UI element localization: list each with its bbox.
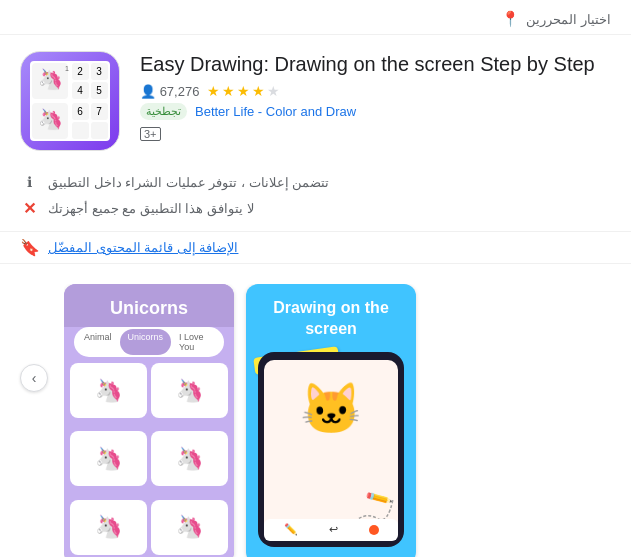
sc1-tab-iloveyou[interactable]: I Love You xyxy=(171,329,222,355)
content-rating: 3+ xyxy=(140,127,161,141)
screenshots-section: ‹ Unicorns Animal Unicorns I Love You 🦄 … xyxy=(0,264,631,557)
app-header-section: 🦄 1 2 3 4 5 🦄 6 7 xyxy=(0,35,631,161)
sc2-phone-frame: 🐱 ✏️ ✏️ ↩ xyxy=(258,352,404,547)
svg-text:7: 7 xyxy=(96,106,102,117)
svg-text:1: 1 xyxy=(65,65,69,72)
info-row-compat-icon: ✕ xyxy=(20,199,38,217)
svg-rect-18 xyxy=(72,122,89,139)
review-count: 👤 67,276 xyxy=(140,84,199,99)
screenshot-1: Unicorns Animal Unicorns I Love You 🦄 🦄 … xyxy=(64,284,234,557)
editors-choice-badge: اختيار المحررين 📍 xyxy=(501,10,611,28)
sc1-title: Unicorns xyxy=(64,284,234,327)
wishlist-text[interactable]: الإضافة إلى قائمة المحتوى المفضّل xyxy=(48,240,238,255)
sc1-tab-unicorns[interactable]: Unicorns xyxy=(120,329,172,355)
sc2-title: Drawing on the screen xyxy=(246,284,416,348)
app-title: Easy Drawing: Drawing on the screen Step… xyxy=(140,51,611,77)
app-icon-area: 🦄 1 2 3 4 5 🦄 6 7 xyxy=(20,51,120,151)
screenshots-container: Unicorns Animal Unicorns I Love You 🦄 🦄 … xyxy=(64,284,611,557)
svg-text:6: 6 xyxy=(77,106,83,117)
sc2-bottom-toolbar: ✏️ ↩ xyxy=(264,519,398,541)
phone-frame-1: Unicorns Animal Unicorns I Love You 🦄 🦄 … xyxy=(64,284,234,557)
developer-link[interactable]: Better Life - Color and Draw xyxy=(195,104,356,119)
sc1-tab-animal[interactable]: Animal xyxy=(76,329,120,355)
tool-undo: ↩ xyxy=(329,523,338,536)
screenshot-2: Drawing on the screen New gameplay 🐱 ✏️ … xyxy=(246,284,416,557)
sc2-screen: 🐱 ✏️ xyxy=(264,360,398,539)
sc1-unicorn-grid: 🦄 🦄 🦄 🦄 🦄 🦄 xyxy=(64,363,234,557)
info-row-compat: لا يتوافق هذا التطبيق مع جميع أجهزتك ✕ xyxy=(20,195,611,221)
unicorn-cell-4: 🦄 xyxy=(151,431,228,486)
info-row-ads-text: تتضمن إعلانات ، تتوفر عمليات الشراء داخل… xyxy=(48,175,329,190)
app-icon-svg: 🦄 1 2 3 4 5 🦄 6 7 xyxy=(30,61,110,141)
app-meta: 👤 67,276 ★ ★ ★ ★ ★ xyxy=(140,83,611,99)
star-4: ★ xyxy=(252,83,265,99)
svg-text:🦄: 🦄 xyxy=(38,107,63,131)
star-3: ★ xyxy=(237,83,250,99)
unicorn-cell-1: 🦄 xyxy=(70,363,147,418)
star-1: ★ xyxy=(207,83,220,99)
sc1-tabs: Animal Unicorns I Love You xyxy=(74,327,224,357)
star-5: ★ xyxy=(267,83,280,99)
top-bar: اختيار المحررين 📍 xyxy=(0,0,631,35)
info-section: تتضمن إعلانات ، تتوفر عمليات الشراء داخل… xyxy=(0,161,631,232)
editors-choice-label: اختيار المحررين xyxy=(526,12,611,27)
star-2: ★ xyxy=(222,83,235,99)
app-info: Easy Drawing: Drawing on the screen Step… xyxy=(140,51,611,142)
svg-text:🦄: 🦄 xyxy=(38,67,63,91)
tool-pencil: ✏️ xyxy=(284,523,298,536)
star-rating: ★ ★ ★ ★ ★ xyxy=(207,83,280,99)
bookmark-icon: 🔖 xyxy=(20,238,40,257)
info-row-compat-text: لا يتوافق هذا التطبيق مع جميع أجهزتك xyxy=(48,201,254,216)
svg-text:2: 2 xyxy=(77,66,83,77)
unicorn-cell-5: 🦄 xyxy=(70,500,147,555)
app-icon: 🦄 1 2 3 4 5 🦄 6 7 xyxy=(20,51,120,151)
unicorn-cell-2: 🦄 xyxy=(151,363,228,418)
badge-icon: 📍 xyxy=(501,10,520,28)
category-tag: تجطخية xyxy=(140,103,187,120)
svg-text:5: 5 xyxy=(96,85,102,96)
nav-arrow-left[interactable]: ‹ xyxy=(20,364,48,392)
info-row-ads-icon: ℹ xyxy=(20,173,38,191)
unicorn-cell-3: 🦄 xyxy=(70,431,147,486)
unicorn-cell-6: 🦄 xyxy=(151,500,228,555)
wishlist-row[interactable]: الإضافة إلى قائمة المحتوى المفضّل 🔖 xyxy=(0,232,631,264)
svg-text:4: 4 xyxy=(77,85,83,96)
svg-text:3: 3 xyxy=(96,66,102,77)
cat-drawing: 🐱 xyxy=(300,380,362,438)
info-row-ads: تتضمن إعلانات ، تتوفر عمليات الشراء داخل… xyxy=(20,169,611,195)
chevron-left-icon: ‹ xyxy=(32,370,37,386)
tool-circle xyxy=(369,525,379,535)
svg-rect-19 xyxy=(91,122,108,139)
